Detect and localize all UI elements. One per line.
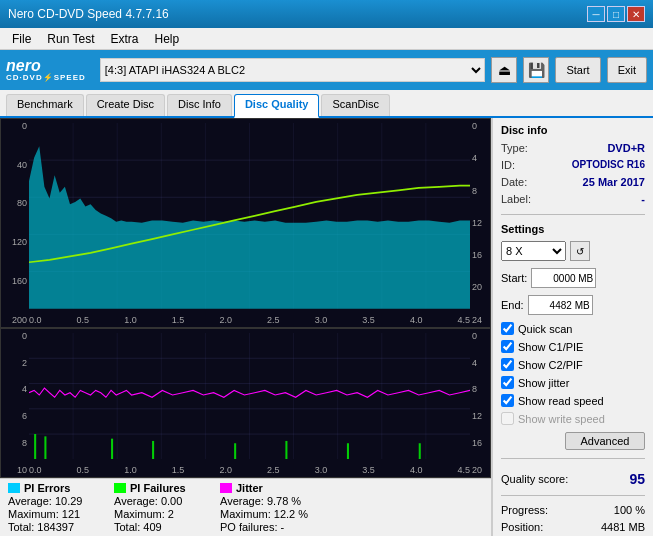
tab-scandisc[interactable]: ScanDisc [321,94,389,116]
disc-label-label: Label: [501,193,531,205]
tab-disc-info[interactable]: Disc Info [167,94,232,116]
eject-button[interactable]: ⏏ [491,57,517,83]
tab-bar: Benchmark Create Disc Disc Info Disc Qua… [0,90,653,118]
chart-bottom: 10 8 6 4 2 0 20 16 12 8 4 0 [0,328,491,478]
svg-rect-30 [152,441,154,459]
divider-1 [501,214,645,215]
read-speed-checkbox[interactable] [501,394,514,407]
end-mb-row: End: [501,295,645,315]
c1-pie-label: Show C1/PIE [518,341,583,353]
chart-bottom-y-left: 10 8 6 4 2 0 [1,329,29,477]
nero-logo: nero CD·DVD⚡SPEED [6,57,86,83]
jitter-max: Maximum: 12.2 % [220,508,310,520]
disc-date-value: 25 Mar 2017 [583,176,645,188]
pi-failures-avg: Average: 0.00 [114,495,204,507]
chart-top-y-left: 200 160 120 80 40 0 [1,119,29,327]
jitter-avg: Average: 9.78 % [220,495,310,507]
quality-label: Quality score: [501,473,568,485]
main-content: 200 160 120 80 40 0 24 20 16 12 8 4 0 [0,118,653,536]
c1-pie-checkbox[interactable] [501,340,514,353]
tab-benchmark[interactable]: Benchmark [6,94,84,116]
chart-top: 200 160 120 80 40 0 24 20 16 12 8 4 0 [0,118,491,328]
quick-scan-row: Quick scan [501,322,645,335]
disc-type-label: Type: [501,142,528,154]
menu-extra[interactable]: Extra [104,30,144,48]
chart-bottom-svg [29,333,470,459]
jitter-color [220,483,232,493]
jitter-po: PO failures: - [220,521,310,533]
speed-select[interactable]: 8 X [501,241,566,261]
position-row: Position: 4481 MB [501,521,645,533]
window-title: Nero CD-DVD Speed 4.7.7.16 [8,7,169,21]
jitter-label-setting: Show jitter [518,377,569,389]
start-button[interactable]: Start [555,57,600,83]
quality-value: 95 [629,471,645,487]
svg-rect-29 [111,438,113,459]
jitter-label: Jitter [236,482,263,494]
disc-label-row: Label: - [501,193,645,205]
jitter-row: Show jitter [501,376,645,389]
advanced-button[interactable]: Advanced [565,432,645,450]
menu-runtest[interactable]: Run Test [41,30,100,48]
progress-row: Progress: 100 % [501,504,645,516]
pi-errors-label: PI Errors [24,482,70,494]
right-panel: Disc info Type: DVD+R ID: OPTODISC R16 D… [491,118,653,536]
disc-type-value: DVD+R [607,142,645,154]
read-speed-row: Show read speed [501,394,645,407]
maximize-button[interactable]: □ [607,6,625,22]
minimize-button[interactable]: ─ [587,6,605,22]
end-mb-label: End: [501,299,524,311]
disc-type-row: Type: DVD+R [501,142,645,154]
read-speed-label: Show read speed [518,395,604,407]
quality-row: Quality score: 95 [501,471,645,487]
pi-errors-color [8,483,20,493]
svg-rect-31 [234,443,236,459]
jitter-legend: Jitter Average: 9.78 % Maximum: 12.2 % P… [220,482,310,533]
write-speed-checkbox[interactable] [501,412,514,425]
disc-label-value: - [641,193,645,205]
window-controls: ─ □ ✕ [587,6,645,22]
c1-pie-row: Show C1/PIE [501,340,645,353]
speed-row: 8 X ↺ [501,241,645,261]
tab-disc-quality[interactable]: Disc Quality [234,94,320,118]
pi-errors-max: Maximum: 121 [8,508,98,520]
refresh-button[interactable]: ↺ [570,241,590,261]
close-button[interactable]: ✕ [627,6,645,22]
disc-info-title: Disc info [501,124,645,136]
save-button[interactable]: 💾 [523,57,549,83]
svg-rect-32 [285,441,287,459]
drive-select[interactable]: [4:3] ATAPI iHAS324 A BLC2 [100,58,486,82]
menu-file[interactable]: File [6,30,37,48]
menu-help[interactable]: Help [149,30,186,48]
exit-button[interactable]: Exit [607,57,647,83]
menu-bar: File Run Test Extra Help [0,28,653,50]
tab-create-disc[interactable]: Create Disc [86,94,165,116]
write-speed-label: Show write speed [518,413,605,425]
chart-top-x-axis: 0.0 0.5 1.0 1.5 2.0 2.5 3.0 3.5 4.0 4.5 [29,315,470,325]
c2-pif-label: Show C2/PIF [518,359,583,371]
legend-area: PI Errors Average: 10.29 Maximum: 121 To… [0,478,491,536]
position-label: Position: [501,521,543,533]
position-value: 4481 MB [601,521,645,533]
quick-scan-checkbox[interactable] [501,322,514,335]
divider-2 [501,458,645,459]
start-mb-row: Start: [501,268,645,288]
chart-bottom-x-axis: 0.0 0.5 1.0 1.5 2.0 2.5 3.0 3.5 4.0 4.5 [29,465,470,475]
chart-top-svg [29,123,470,309]
svg-rect-33 [347,443,349,459]
disc-date-label: Date: [501,176,527,188]
start-mb-label: Start: [501,272,527,284]
pi-errors-total: Total: 184397 [8,521,98,533]
pi-errors-legend: PI Errors Average: 10.29 Maximum: 121 To… [8,482,98,533]
pi-failures-total: Total: 409 [114,521,204,533]
c2-pif-checkbox[interactable] [501,358,514,371]
jitter-checkbox[interactable] [501,376,514,389]
end-mb-input[interactable] [528,295,593,315]
svg-rect-34 [419,443,421,459]
divider-3 [501,495,645,496]
c2-pif-row: Show C2/PIF [501,358,645,371]
progress-value: 100 % [614,504,645,516]
pi-failures-legend: PI Failures Average: 0.00 Maximum: 2 Tot… [114,482,204,533]
chart-bottom-y-right: 20 16 12 8 4 0 [470,329,490,477]
start-mb-input[interactable] [531,268,596,288]
